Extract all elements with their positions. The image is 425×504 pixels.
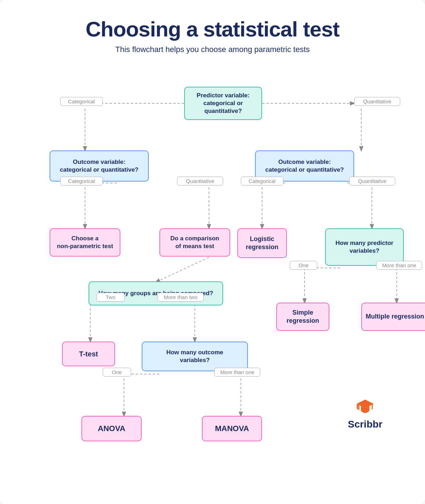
svg-line-8 — [156, 257, 209, 282]
node-t-test: T-test — [62, 342, 115, 366]
label-more-than-one-pred: More than one — [376, 261, 422, 270]
label-categorical-left: Categorical — [60, 97, 103, 106]
node-anova: ANOVA — [81, 416, 142, 441]
label-one-pred: One — [290, 261, 317, 270]
node-non-parametric: Choose a non-parametric test — [50, 228, 120, 257]
node-logistic: Logistic regression — [237, 228, 287, 258]
page: Choosing a statistical test This flowcha… — [0, 0, 425, 504]
label-quantitative-left2: Quantitative — [177, 177, 223, 185]
label-more-than-two: More than two — [158, 293, 204, 302]
label-categorical-right: Categorical — [241, 177, 283, 185]
label-one-groups: One — [103, 368, 131, 377]
node-how-many-outcome: How many outcome variables? — [142, 342, 248, 371]
scribbr-logo-text: Scribbr — [348, 419, 382, 430]
label-quantitative-right2: Quantitative — [349, 177, 395, 185]
svg-rect-27 — [372, 404, 373, 410]
node-multiple-reg: Multiple regression — [361, 303, 425, 331]
flowchart: Predictor variable: categorical or quant… — [21, 70, 404, 441]
node-comparison: Do a comparison of means test — [159, 228, 230, 257]
label-quantitative-right-top: Quantitative — [354, 97, 400, 106]
scribbr-icon — [356, 397, 374, 417]
scribbr-logo: Scribbr — [348, 397, 382, 430]
label-categorical-left2: Categorical — [60, 177, 103, 185]
page-subtitle: This flowchart helps you choose among pa… — [21, 45, 404, 54]
label-more-than-one-groups: More than one — [214, 368, 260, 377]
label-two: Two — [96, 293, 125, 302]
page-title: Choosing a statistical test — [21, 17, 404, 41]
node-how-many-pred: How many predictor variables? — [325, 228, 404, 266]
node-simple-reg: Simple regression — [276, 303, 329, 331]
node-predictor: Predictor variable: categorical or quant… — [184, 87, 262, 120]
node-manova: MANOVA — [202, 416, 262, 441]
